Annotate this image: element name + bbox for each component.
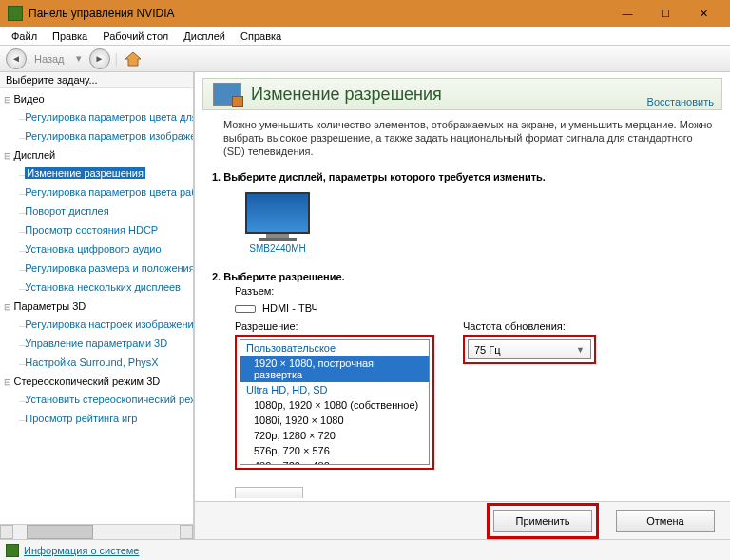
resolution-option[interactable]: 1080p, 1920 × 1080 (собственное) [240,397,429,413]
refresh-highlight: 75 Гц ▼ [463,335,596,364]
tree-item[interactable]: Установка цифрового аудио [0,241,193,260]
menubar: Файл Правка Рабочий стол Дисплей Справка [0,27,730,46]
tree-item[interactable]: Поворот дисплея [0,203,193,222]
apply-button[interactable]: Применить [493,510,592,532]
tree-category[interactable]: Видео [0,90,193,108]
tree-item[interactable]: Регулировка параметров цвета рабочего ст… [0,183,193,203]
back-dropdown-icon[interactable]: ▾ [76,52,82,65]
menu-edit[interactable]: Правка [45,29,95,44]
tree-item[interactable]: Установить стереоскопический режим 3D [0,391,193,410]
tree-item[interactable]: Регулировка параметров изображения для в… [0,127,193,146]
menu-help[interactable]: Справка [233,29,289,44]
page-title: Изменение разрешения [251,85,442,105]
resolution-group: Пользовательское [240,340,429,356]
menu-file[interactable]: Файл [4,29,45,44]
resolution-option[interactable]: 576p, 720 × 576 [240,443,429,458]
tree-item[interactable]: Просмотр состояния HDCP [0,222,193,241]
tree-item[interactable]: Регулировка настроек изображения с просм… [0,316,193,335]
minimize-button[interactable]: — [608,0,646,27]
back-label: Назад [34,53,65,65]
titlebar: Панель управления NVIDIA — ☐ ✕ [0,0,730,27]
apply-highlight: Применить [487,503,599,539]
resolution-option[interactable]: 1920 × 1080, построчная развертка [240,356,429,382]
nvidia-small-icon [6,544,19,557]
connector-label: Разъем: [235,285,274,297]
monitor-item[interactable]: SMB2440MH [235,192,320,254]
resolution-label: Разрешение: [235,320,434,335]
page-header: Изменение разрешения Восстановить [202,78,722,110]
window-title: Панель управления NVIDIA [29,7,608,20]
sidebar-scrollbar[interactable] [0,524,193,539]
hdmi-icon [235,305,256,313]
sidebar: Выберите задачу... ВидеоРегулировка пара… [0,72,195,539]
tree-category[interactable]: Стереоскопический режим 3D [0,373,193,391]
tree-category[interactable]: Параметры 3D [0,298,193,316]
resolution-list[interactable]: Пользовательское1920 × 1080, построчная … [240,339,430,465]
step2: 2. Выберите разрешение. Разъем: HDMI - Т… [195,267,730,502]
step1-label: 1. Выберите дисплей, параметры которого … [212,171,546,183]
tree-item[interactable]: Установка нескольких дисплеев [0,279,193,298]
menu-desktop[interactable]: Рабочий стол [95,29,176,44]
tree-item[interactable]: Управление параметрами 3D [0,335,193,354]
tree-item[interactable]: Просмотр рейтинга игр [0,410,193,429]
sidebar-header: Выберите задачу... [0,72,193,88]
statusbar: Информация о системе [0,539,730,560]
intro-text: Можно уменьшить количество элементов, от… [195,110,730,167]
monitor-icon [245,192,310,234]
refresh-value: 75 Гц [474,344,501,356]
refresh-label: Частота обновления: [463,320,596,335]
maximize-button[interactable]: ☐ [646,0,684,27]
restore-link[interactable]: Восстановить [647,96,714,107]
resolution-icon [213,83,241,106]
refresh-select[interactable]: 75 Гц ▼ [468,339,591,359]
tree-item[interactable]: Регулировка параметров цвета для видео [0,108,193,127]
resolution-option[interactable]: 720p, 1280 × 720 [240,428,429,443]
tree-item[interactable]: Настройка Surround, PhysX [0,354,193,373]
close-button[interactable]: ✕ [684,0,722,27]
toolbar: ◄ Назад ▾ ► │ [0,46,730,72]
toolbar-separator: │ [114,53,121,65]
resolution-highlight: Пользовательское1920 × 1080, построчная … [235,335,434,470]
connector-value: HDMI - ТВЧ [262,302,318,314]
resolution-group: Ultra HD, HD, SD [240,382,429,397]
main-panel: Изменение разрешения Восстановить Можно … [195,72,730,539]
system-info-link[interactable]: Информация о системе [24,545,139,556]
footer: Применить Отмена [195,501,730,539]
chevron-down-icon: ▼ [576,345,585,355]
forward-button[interactable]: ► [89,48,110,69]
step1: 1. Выберите дисплей, параметры которого … [195,167,730,267]
tree-category[interactable]: Дисплей [0,146,193,164]
menu-display[interactable]: Дисплей [176,29,233,44]
resolution-option[interactable]: 1080i, 1920 × 1080 [240,413,429,428]
home-icon[interactable] [124,50,143,68]
truncated-button[interactable] [235,487,303,498]
step2-label: 2. Выберите разрешение. [212,271,345,282]
tree-item[interactable]: Изменение разрешения [0,164,193,183]
resolution-option[interactable]: 480p, 720 × 480 [240,458,429,465]
back-button[interactable]: ◄ [6,48,27,69]
nvidia-icon [8,6,23,21]
cancel-button[interactable]: Отмена [616,510,715,532]
task-tree[interactable]: ВидеоРегулировка параметров цвета для ви… [0,88,193,524]
tree-item[interactable]: Регулировка размера и положения рабочего… [0,260,193,279]
monitor-label: SMB2440MH [235,243,320,254]
